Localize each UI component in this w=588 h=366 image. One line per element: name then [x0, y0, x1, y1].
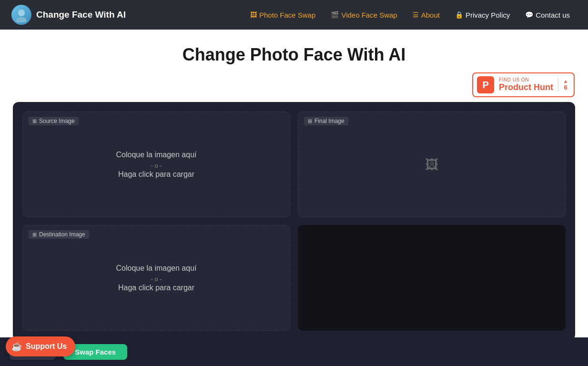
final-image-placeholder: 🖼	[425, 157, 438, 173]
contact-us-icon: 💬	[525, 11, 533, 19]
logo-link[interactable]: Change Face With AI	[11, 5, 126, 25]
video-face-swap-icon: 🎬	[331, 11, 339, 19]
support-us-button[interactable]: ☕ Support Us	[6, 336, 75, 356]
main-content: Change Photo Face With AI P FIND US ON P…	[0, 30, 588, 340]
nav-privacy-policy[interactable]: 🔒 Privacy Policy	[448, 8, 517, 22]
nav-photo-face-swap[interactable]: 🖼 Photo Face Swap	[243, 8, 322, 22]
nav-contact-us[interactable]: 💬 Contact us	[518, 8, 577, 22]
product-hunt-badge[interactable]: P FIND US ON Product Hunt ▲ 6	[472, 72, 575, 97]
support-icon: ☕	[11, 341, 22, 352]
destination-image-label: ⊞ Destination Image	[29, 230, 89, 239]
support-us-label: Support Us	[26, 342, 67, 351]
source-drop-or: - o -	[151, 162, 162, 169]
destination-drop-click: Haga click para cargar	[118, 284, 194, 292]
svg-point-0	[18, 10, 25, 16]
final-image-label: ⊞ Final Image	[304, 117, 348, 125]
header: Change Face With AI 🖼 Photo Face Swap 🎬 …	[0, 0, 588, 30]
nav-video-face-swap[interactable]: 🎬 Video Face Swap	[324, 8, 404, 22]
final-image-label-icon: ⊞	[308, 118, 312, 124]
source-image-label-text: Source Image	[39, 118, 75, 124]
nav-contact-us-label: Contact us	[536, 11, 570, 19]
product-hunt-arrow: ▲	[563, 79, 568, 84]
product-hunt-text: FIND US ON Product Hunt	[499, 77, 553, 92]
nav-about[interactable]: ☰ About	[406, 8, 446, 22]
destination-drop-or: - o -	[151, 275, 162, 283]
nav-photo-face-swap-label: Photo Face Swap	[259, 11, 315, 19]
workspace: ⊞ Source Image Coloque la imagen aquí - …	[13, 102, 575, 340]
page-heading: Change Photo Face With AI	[182, 45, 406, 65]
destination-drop-main: Coloque la imagen aquí	[116, 264, 196, 273]
bottom-bar: Cancel Swap Faces	[0, 337, 588, 366]
destination-image-label-text: Destination Image	[39, 231, 85, 238]
product-hunt-icon: P	[477, 76, 494, 93]
source-image-label-icon: ⊞	[32, 118, 37, 124]
product-hunt-number: 6	[564, 84, 567, 91]
privacy-policy-icon: 🔒	[455, 11, 463, 19]
photo-face-swap-icon: 🖼	[250, 11, 257, 19]
site-title: Change Face With AI	[36, 10, 126, 20]
destination-image-label-icon: ⊞	[32, 232, 37, 238]
product-hunt-badge-wrapper: P FIND US ON Product Hunt ▲ 6	[472, 72, 575, 97]
source-drop-main: Coloque la imagen aquí	[116, 151, 196, 159]
nav-about-label: About	[421, 11, 440, 19]
final-image-panel: ⊞ Final Image 🖼	[298, 112, 566, 217]
nav-privacy-policy-label: Privacy Policy	[466, 11, 510, 19]
final-image-label-text: Final Image	[314, 118, 345, 124]
svg-point-1	[16, 17, 27, 22]
product-hunt-label: Product Hunt	[499, 82, 553, 92]
bottom-right-area	[298, 225, 566, 331]
product-hunt-count: ▲ 6	[558, 79, 568, 91]
nav-video-face-swap-label: Video Face Swap	[341, 11, 397, 19]
main-nav: 🖼 Photo Face Swap 🎬 Video Face Swap ☰ Ab…	[243, 8, 577, 22]
product-hunt-find-us: FIND US ON	[499, 77, 553, 82]
source-drop-click: Haga click para cargar	[118, 170, 194, 179]
source-image-panel[interactable]: ⊞ Source Image Coloque la imagen aquí - …	[22, 112, 290, 217]
logo-avatar	[11, 5, 31, 25]
destination-image-panel[interactable]: ⊞ Destination Image Coloque la imagen aq…	[22, 225, 290, 331]
source-image-label: ⊞ Source Image	[29, 117, 79, 125]
about-icon: ☰	[413, 11, 419, 19]
